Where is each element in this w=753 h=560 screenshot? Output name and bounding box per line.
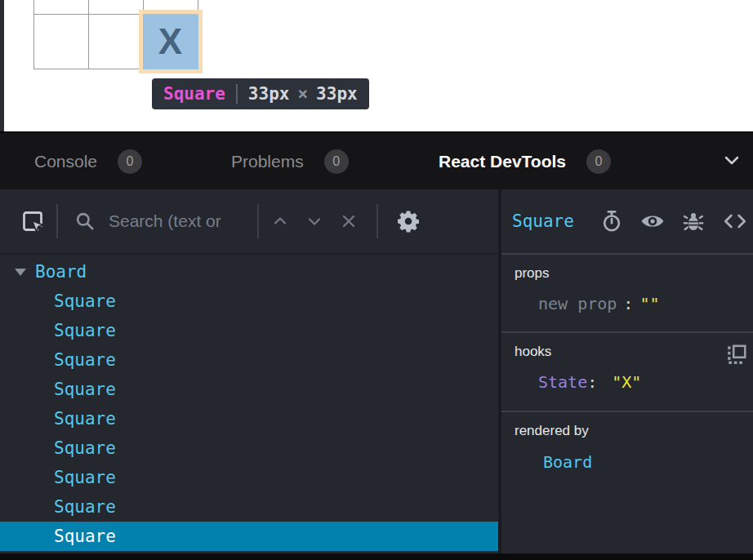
props-header: props — [515, 265, 753, 282]
board-square[interactable] — [88, 14, 144, 69]
toolbar-divider — [376, 204, 378, 238]
tab-label: Problems — [231, 152, 304, 171]
hooks-header: hooks — [515, 344, 753, 360]
tooltip-times: × — [297, 84, 308, 104]
tree-toolbar — [0, 189, 501, 255]
rendered-by-header: rendered by — [515, 423, 753, 439]
tree-row-square[interactable]: Square — [0, 433, 498, 463]
tab-label: React DevTools — [439, 152, 566, 171]
tree-row-square[interactable]: Square — [0, 463, 498, 492]
search-icon — [74, 211, 96, 232]
tree-row-label: Square — [54, 291, 116, 311]
colon: : — [587, 372, 597, 392]
clear-search-icon[interactable] — [339, 211, 359, 231]
tab-badge: 0 — [324, 149, 349, 174]
tooltip-height: 33px — [316, 84, 358, 104]
tree-row-square[interactable]: Square — [0, 492, 498, 522]
tree-row-square[interactable]: Square — [0, 375, 498, 404]
devtools-tab-bar: Console 0 Problems 0 React DevTools 0 — [0, 133, 753, 189]
tree-row-label: Board — [35, 262, 87, 282]
tree-row-square[interactable]: Square — [0, 522, 498, 551]
tree-row-label: Square — [54, 468, 116, 487]
board-square[interactable] — [33, 14, 89, 69]
tooltip-dimensions: 33px × 33px — [248, 84, 358, 104]
hooks-section: hooks State : "X" — [501, 333, 753, 412]
board-square[interactable] — [143, 0, 198, 15]
bottom-edge — [0, 553, 753, 560]
tab-react-devtools[interactable]: React DevTools 0 — [439, 133, 611, 189]
bug-icon[interactable] — [682, 210, 705, 233]
view-source-icon[interactable] — [721, 210, 749, 233]
eye-icon[interactable] — [639, 210, 666, 233]
tree-row-square[interactable]: Square — [0, 404, 498, 433]
selected-component-title: Square — [512, 211, 574, 231]
react-devtools-toolbar: Square — [0, 189, 753, 255]
tab-label: Console — [34, 152, 97, 171]
props-section: props new prop : "" — [501, 255, 753, 333]
prop-row: new prop : "" — [515, 294, 753, 313]
page-viewport: X Square 33px × 33px — [0, 0, 753, 133]
chevron-down-icon[interactable] — [722, 151, 742, 171]
new-prop-input[interactable]: new prop — [538, 294, 617, 313]
hook-name: State — [538, 372, 587, 392]
tree-row-label: Square — [54, 438, 116, 458]
tree-row-label: Square — [54, 527, 116, 546]
tree-row-label: Square — [54, 350, 116, 370]
board-square[interactable] — [33, 0, 89, 15]
tree-row-square[interactable]: Square — [0, 287, 498, 316]
tic-tac-toe-board: X — [33, 0, 198, 69]
tooltip-component-name: Square — [163, 84, 225, 104]
tree-row-square[interactable]: Square — [0, 345, 498, 375]
prop-value[interactable]: "" — [639, 294, 659, 313]
tree-row-label: Square — [54, 409, 116, 429]
window-edge — [0, 0, 4, 133]
tooltip-width: 33px — [248, 84, 290, 104]
rendered-by-link[interactable]: Board — [515, 452, 753, 472]
tab-badge: 0 — [586, 149, 611, 174]
tree-row-label: Square — [54, 321, 116, 340]
component-tree: BoardSquareSquareSquareSquareSquareSquar… — [0, 255, 501, 553]
suspend-timer-icon[interactable] — [600, 210, 623, 233]
tree-row-square[interactable]: Square — [0, 316, 498, 345]
colon: : — [623, 294, 633, 313]
hook-row: State : "X" — [515, 372, 753, 392]
inspect-element-icon[interactable] — [21, 210, 44, 233]
caret-down-icon[interactable] — [15, 269, 26, 276]
details-toolbar: Square — [501, 189, 753, 255]
board-square-highlighted[interactable]: X — [143, 14, 198, 69]
tooltip-separator — [236, 84, 238, 104]
gear-icon[interactable] — [396, 209, 421, 233]
hook-value[interactable]: "X" — [612, 372, 641, 392]
search-input[interactable] — [109, 211, 257, 231]
tab-problems[interactable]: Problems 0 — [231, 133, 349, 189]
toolbar-divider — [56, 204, 58, 238]
tab-badge: 0 — [118, 149, 142, 174]
component-details: props new prop : "" hooks — [501, 255, 753, 553]
tree-row-label: Square — [54, 497, 116, 517]
react-devtools-content: BoardSquareSquareSquareSquareSquareSquar… — [0, 255, 753, 553]
parse-hook-names-icon[interactable] — [725, 343, 748, 366]
rendered-by-section: rendered by Board — [501, 412, 753, 483]
tree-row-board[interactable]: Board — [0, 257, 498, 287]
previous-result-icon[interactable] — [270, 211, 290, 231]
inspect-tooltip: Square 33px × 33px — [152, 78, 369, 109]
tree-row-label: Square — [54, 380, 116, 399]
next-result-icon[interactable] — [305, 211, 324, 231]
toolbar-divider — [257, 204, 259, 238]
board-square[interactable] — [88, 0, 144, 15]
tab-console[interactable]: Console 0 — [34, 133, 142, 189]
